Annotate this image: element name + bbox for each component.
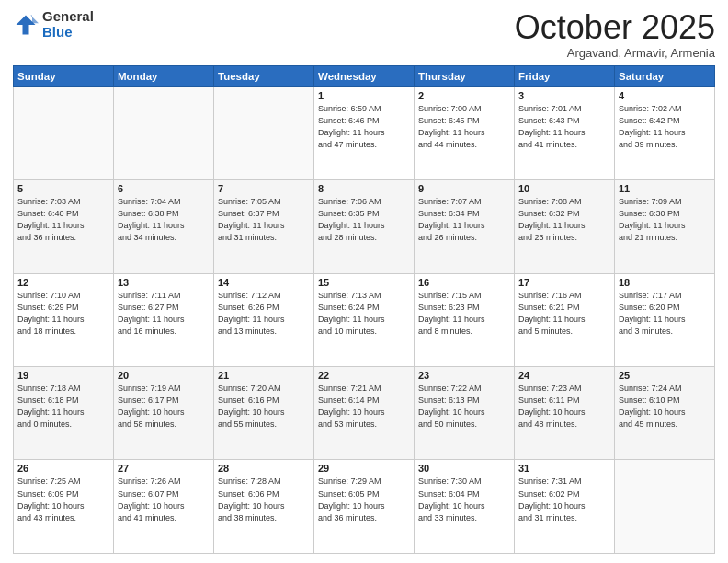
calendar-cell: 20Sunrise: 7:19 AM Sunset: 6:17 PM Dayli… — [114, 367, 214, 460]
week-row-2: 12Sunrise: 7:10 AM Sunset: 6:29 PM Dayli… — [14, 273, 715, 366]
day-info: Sunrise: 7:03 AM Sunset: 6:40 PM Dayligh… — [17, 196, 109, 244]
weekday-thursday: Thursday — [415, 65, 515, 86]
calendar-cell: 25Sunrise: 7:24 AM Sunset: 6:10 PM Dayli… — [615, 367, 715, 460]
day-info: Sunrise: 7:20 AM Sunset: 6:16 PM Dayligh… — [218, 383, 310, 431]
calendar-cell: 19Sunrise: 7:18 AM Sunset: 6:18 PM Dayli… — [14, 367, 114, 460]
calendar-cell: 27Sunrise: 7:26 AM Sunset: 6:07 PM Dayli… — [114, 460, 214, 554]
day-info: Sunrise: 7:18 AM Sunset: 6:18 PM Dayligh… — [17, 383, 109, 431]
calendar-cell: 29Sunrise: 7:29 AM Sunset: 6:05 PM Dayli… — [314, 460, 415, 554]
day-number: 7 — [218, 183, 310, 194]
logo-general: General — [42, 9, 94, 25]
calendar-cell: 3Sunrise: 7:01 AM Sunset: 6:43 PM Daylig… — [515, 86, 615, 179]
calendar-cell: 1Sunrise: 6:59 AM Sunset: 6:46 PM Daylig… — [314, 86, 415, 179]
calendar-cell: 13Sunrise: 7:11 AM Sunset: 6:27 PM Dayli… — [114, 273, 214, 366]
day-number: 27 — [118, 463, 210, 474]
day-info: Sunrise: 7:15 AM Sunset: 6:23 PM Dayligh… — [418, 290, 510, 338]
calendar-cell: 24Sunrise: 7:23 AM Sunset: 6:11 PM Dayli… — [515, 367, 615, 460]
calendar-cell — [114, 86, 214, 179]
calendar-cell: 5Sunrise: 7:03 AM Sunset: 6:40 PM Daylig… — [14, 180, 114, 273]
calendar-cell: 26Sunrise: 7:25 AM Sunset: 6:09 PM Dayli… — [14, 460, 114, 554]
day-info: Sunrise: 7:17 AM Sunset: 6:20 PM Dayligh… — [619, 290, 711, 338]
day-info: Sunrise: 7:22 AM Sunset: 6:13 PM Dayligh… — [418, 383, 510, 431]
week-row-1: 5Sunrise: 7:03 AM Sunset: 6:40 PM Daylig… — [14, 180, 715, 273]
calendar-cell: 17Sunrise: 7:16 AM Sunset: 6:21 PM Dayli… — [515, 273, 615, 366]
calendar-cell: 2Sunrise: 7:00 AM Sunset: 6:45 PM Daylig… — [415, 86, 515, 179]
day-info: Sunrise: 7:05 AM Sunset: 6:37 PM Dayligh… — [218, 196, 310, 244]
day-number: 1 — [318, 90, 410, 101]
day-info: Sunrise: 7:30 AM Sunset: 6:04 PM Dayligh… — [418, 476, 510, 523]
calendar-cell: 22Sunrise: 7:21 AM Sunset: 6:14 PM Dayli… — [314, 367, 415, 460]
day-info: Sunrise: 7:02 AM Sunset: 6:42 PM Dayligh… — [619, 103, 711, 151]
calendar-cell: 4Sunrise: 7:02 AM Sunset: 6:42 PM Daylig… — [615, 86, 715, 179]
calendar-cell: 14Sunrise: 7:12 AM Sunset: 6:26 PM Dayli… — [214, 273, 314, 366]
calendar-cell: 28Sunrise: 7:28 AM Sunset: 6:06 PM Dayli… — [214, 460, 314, 554]
logo-blue: Blue — [42, 25, 94, 40]
day-info: Sunrise: 7:01 AM Sunset: 6:43 PM Dayligh… — [518, 103, 610, 151]
calendar-cell — [214, 86, 314, 179]
calendar-cell: 7Sunrise: 7:05 AM Sunset: 6:37 PM Daylig… — [214, 180, 314, 273]
logo: General Blue — [13, 9, 94, 40]
day-number: 11 — [619, 183, 711, 194]
day-number: 28 — [218, 463, 310, 474]
page: General Blue October 2025 Argavand, Arma… — [0, 0, 728, 563]
day-info: Sunrise: 7:31 AM Sunset: 6:02 PM Dayligh… — [518, 476, 610, 523]
day-number: 29 — [318, 463, 410, 474]
weekday-sunday: Sunday — [14, 65, 114, 86]
day-number: 25 — [619, 370, 711, 381]
calendar-cell: 21Sunrise: 7:20 AM Sunset: 6:16 PM Dayli… — [214, 367, 314, 460]
day-number: 30 — [418, 463, 510, 474]
day-number: 22 — [318, 370, 410, 381]
day-info: Sunrise: 7:24 AM Sunset: 6:10 PM Dayligh… — [619, 383, 711, 431]
calendar-cell: 6Sunrise: 7:04 AM Sunset: 6:38 PM Daylig… — [114, 180, 214, 273]
logo-icon — [13, 12, 39, 38]
day-info: Sunrise: 7:21 AM Sunset: 6:14 PM Dayligh… — [318, 383, 410, 431]
calendar-cell: 15Sunrise: 7:13 AM Sunset: 6:24 PM Dayli… — [314, 273, 415, 366]
day-info: Sunrise: 7:12 AM Sunset: 6:26 PM Dayligh… — [218, 290, 310, 338]
week-row-0: 1Sunrise: 6:59 AM Sunset: 6:46 PM Daylig… — [14, 86, 715, 179]
weekday-monday: Monday — [114, 65, 214, 86]
week-row-4: 26Sunrise: 7:25 AM Sunset: 6:09 PM Dayli… — [14, 460, 715, 554]
calendar-cell: 12Sunrise: 7:10 AM Sunset: 6:29 PM Dayli… — [14, 273, 114, 366]
calendar-cell: 16Sunrise: 7:15 AM Sunset: 6:23 PM Dayli… — [415, 273, 515, 366]
day-number: 3 — [518, 90, 610, 101]
calendar-cell — [14, 86, 114, 179]
day-number: 31 — [518, 463, 610, 474]
day-info: Sunrise: 7:23 AM Sunset: 6:11 PM Dayligh… — [518, 383, 610, 431]
weekday-saturday: Saturday — [615, 65, 715, 86]
day-number: 26 — [17, 463, 109, 474]
day-info: Sunrise: 7:25 AM Sunset: 6:09 PM Dayligh… — [17, 476, 109, 523]
day-number: 9 — [418, 183, 510, 194]
day-info: Sunrise: 7:26 AM Sunset: 6:07 PM Dayligh… — [118, 476, 210, 523]
day-number: 5 — [17, 183, 109, 194]
day-number: 4 — [619, 90, 711, 101]
day-number: 15 — [318, 277, 410, 288]
day-number: 14 — [218, 277, 310, 288]
day-number: 12 — [17, 277, 109, 288]
day-number: 10 — [518, 183, 610, 194]
day-info: Sunrise: 7:16 AM Sunset: 6:21 PM Dayligh… — [518, 290, 610, 338]
day-info: Sunrise: 7:04 AM Sunset: 6:38 PM Dayligh… — [118, 196, 210, 244]
day-number: 19 — [17, 370, 109, 381]
day-info: Sunrise: 7:08 AM Sunset: 6:32 PM Dayligh… — [518, 196, 610, 244]
week-row-3: 19Sunrise: 7:18 AM Sunset: 6:18 PM Dayli… — [14, 367, 715, 460]
calendar-cell: 10Sunrise: 7:08 AM Sunset: 6:32 PM Dayli… — [515, 180, 615, 273]
calendar-table: SundayMondayTuesdayWednesdayThursdayFrid… — [13, 65, 715, 554]
day-info: Sunrise: 7:09 AM Sunset: 6:30 PM Dayligh… — [619, 196, 711, 244]
day-number: 6 — [118, 183, 210, 194]
weekday-wednesday: Wednesday — [314, 65, 415, 86]
logo-text: General Blue — [42, 9, 94, 40]
day-info: Sunrise: 7:10 AM Sunset: 6:29 PM Dayligh… — [17, 290, 109, 338]
calendar-cell: 31Sunrise: 7:31 AM Sunset: 6:02 PM Dayli… — [515, 460, 615, 554]
calendar-cell: 8Sunrise: 7:06 AM Sunset: 6:35 PM Daylig… — [314, 180, 415, 273]
day-number: 24 — [518, 370, 610, 381]
day-number: 18 — [619, 277, 711, 288]
month-title: October 2025 — [515, 9, 715, 46]
day-info: Sunrise: 7:13 AM Sunset: 6:24 PM Dayligh… — [318, 290, 410, 338]
day-number: 2 — [418, 90, 510, 101]
calendar-cell: 23Sunrise: 7:22 AM Sunset: 6:13 PM Dayli… — [415, 367, 515, 460]
calendar-cell: 30Sunrise: 7:30 AM Sunset: 6:04 PM Dayli… — [415, 460, 515, 554]
day-info: Sunrise: 7:06 AM Sunset: 6:35 PM Dayligh… — [318, 196, 410, 244]
day-number: 13 — [118, 277, 210, 288]
day-number: 23 — [418, 370, 510, 381]
header: General Blue October 2025 Argavand, Arma… — [13, 9, 715, 60]
